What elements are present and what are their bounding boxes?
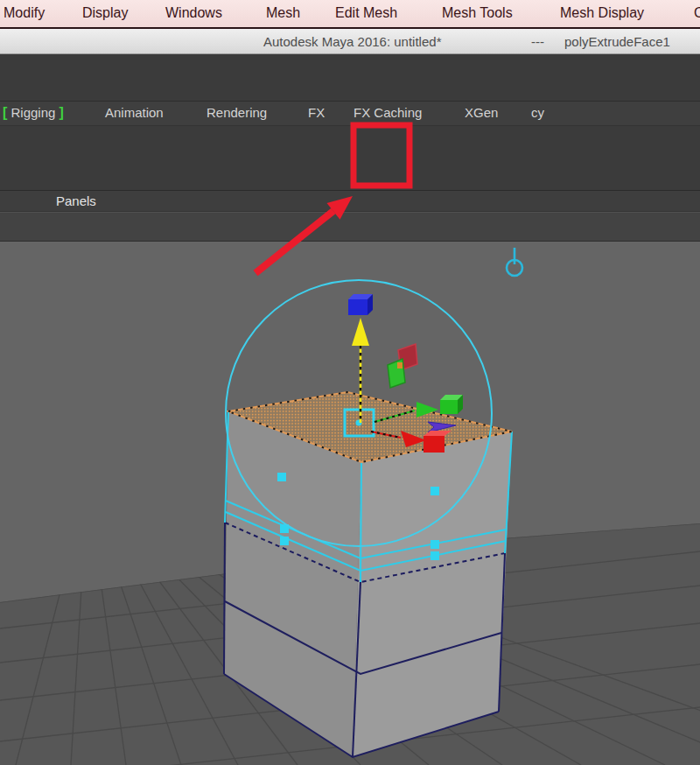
tab-rigging-active[interactable]: [ Rigging ]	[3, 105, 64, 121]
tab-fx[interactable]: FX	[308, 105, 325, 120]
active-tab-bracket-left: [	[3, 105, 7, 120]
tab-animation[interactable]: Animation	[105, 105, 164, 120]
title-separator: ---	[531, 34, 544, 49]
panel-menu-bar: Panels	[0, 191, 700, 212]
status-line: ▾ + ?	[0, 54, 700, 102]
poly-cube-mesh[interactable]	[224, 392, 512, 757]
menu-bar: Modify Display Windows Mesh Edit Mesh Me…	[0, 0, 700, 29]
menu-edit-mesh[interactable]: Edit Mesh	[335, 5, 397, 21]
menu-mesh[interactable]: Mesh	[266, 5, 300, 21]
viewport[interactable]	[0, 242, 700, 765]
green-axis-cube[interactable]	[440, 395, 463, 414]
active-tab-bracket-right: ]	[60, 105, 64, 120]
active-node-label: polyExtrudeFace1	[564, 34, 670, 49]
menu-mesh-display[interactable]: Mesh Display	[560, 5, 644, 21]
y-axis-cube[interactable]	[348, 294, 373, 315]
tab-fx-caching[interactable]: FX Caching	[354, 105, 422, 120]
shelf	[0, 126, 700, 191]
menu-windows[interactable]: Windows	[165, 5, 222, 21]
green-plate-handle[interactable]	[388, 359, 405, 388]
tab-cy[interactable]: cy	[531, 105, 544, 120]
window-title: Autodesk Maya 2016: untitled*	[263, 34, 441, 49]
panel-toolbar: T	[0, 212, 700, 242]
menu-display[interactable]: Display	[82, 5, 128, 21]
tab-rendering[interactable]: Rendering	[206, 105, 267, 120]
menu-mesh-tools[interactable]: Mesh Tools	[442, 5, 513, 21]
menu-modify[interactable]: Modify	[4, 5, 45, 21]
shelf-tab-bar: [ Rigging ] Animation Rendering FX FX Ca…	[0, 102, 700, 126]
panels-menu[interactable]: Panels	[56, 193, 96, 208]
maya-window: Modify Display Windows Mesh Edit Mesh Me…	[0, 0, 700, 765]
menu-overflow[interactable]: C	[694, 5, 700, 21]
manipulator-pin-toggle[interactable]	[507, 248, 522, 276]
tab-xgen[interactable]: XGen	[465, 105, 498, 120]
y-axis-cone[interactable]	[352, 318, 369, 346]
title-bar: Autodesk Maya 2016: untitled* --- polyEx…	[0, 29, 700, 54]
